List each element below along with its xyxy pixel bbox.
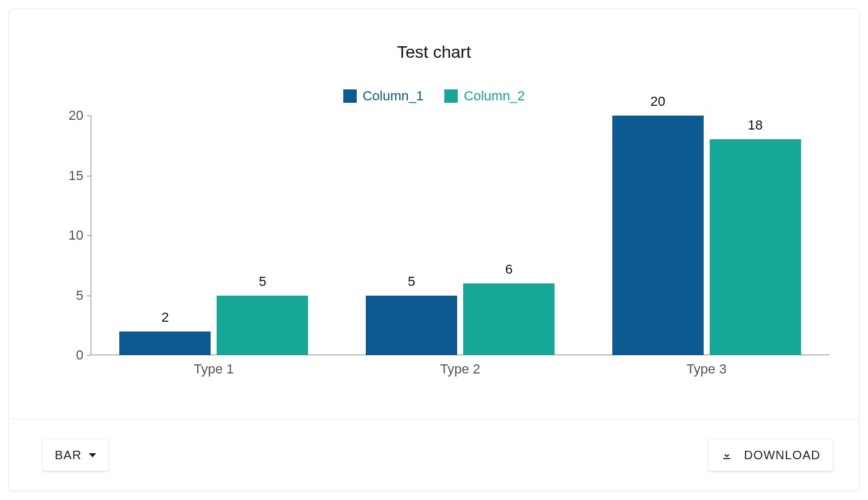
chart-card: Test chart Column_1 Column_2 05101520Typ… (9, 9, 859, 491)
chart-type-selector[interactable]: BAR (42, 439, 109, 471)
legend-label: Column_2 (464, 88, 525, 104)
chart-plot: 05101520Type 125Type 256Type 32018 (91, 116, 830, 355)
bar-value-label: 6 (505, 262, 513, 277)
x-axis-tick-label: Type 2 (440, 361, 480, 377)
x-axis-tick-label: Type 1 (194, 361, 234, 377)
bar[interactable] (119, 332, 211, 355)
chart-type-label: BAR (55, 448, 82, 462)
bar[interactable] (710, 139, 801, 355)
legend-item-column-2[interactable]: Column_2 (444, 88, 525, 104)
chart-legend: Column_1 Column_2 (9, 88, 859, 106)
bar-value-label: 18 (747, 117, 762, 133)
y-axis-tick-label: 20 (57, 108, 83, 123)
chart-toolbar: BAR DOWNLOAD (9, 418, 859, 490)
chevron-down-icon (89, 453, 96, 457)
bar[interactable] (612, 116, 704, 355)
legend-label: Column_1 (363, 88, 424, 104)
chart-area: Test chart Column_1 Column_2 05101520Typ… (9, 9, 859, 418)
svg-rect-0 (723, 458, 730, 459)
download-button[interactable]: DOWNLOAD (708, 439, 833, 471)
download-label: DOWNLOAD (744, 448, 821, 462)
y-axis-tick-label: 5 (57, 288, 83, 304)
legend-swatch-icon (343, 89, 357, 103)
download-icon (721, 449, 733, 461)
x-axis-tick-label: Type 3 (687, 361, 727, 377)
y-axis-tick (87, 176, 91, 176)
bar[interactable] (217, 296, 308, 356)
legend-swatch-icon (444, 89, 458, 103)
chart-title: Test chart (9, 43, 859, 62)
bar-value-label: 5 (259, 274, 266, 290)
bar-value-label: 20 (650, 94, 665, 109)
y-axis (91, 116, 91, 355)
y-axis-tick-label: 0 (57, 347, 83, 363)
y-axis-tick (87, 116, 91, 116)
y-axis-tick (87, 235, 91, 236)
y-axis-tick (87, 296, 91, 296)
legend-item-column-1[interactable]: Column_1 (343, 88, 424, 104)
bar[interactable] (366, 296, 457, 356)
y-axis-tick (87, 355, 91, 356)
bar[interactable] (463, 283, 555, 355)
y-axis-tick-label: 15 (57, 168, 83, 184)
bar-value-label: 2 (161, 310, 169, 325)
bar-value-label: 5 (408, 274, 415, 290)
y-axis-tick-label: 10 (57, 227, 83, 243)
